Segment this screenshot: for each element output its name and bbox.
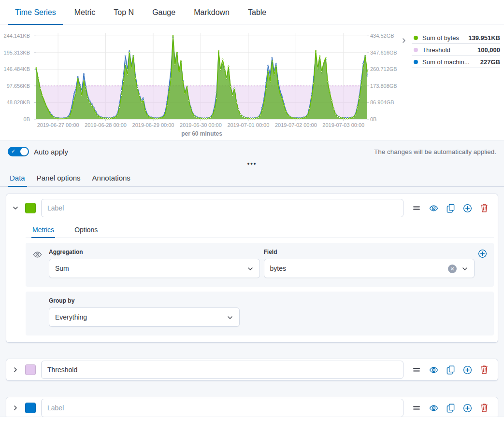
- x-axis-tick: 2019-07-01 00:00: [227, 122, 269, 128]
- legend-dot-pink: [414, 48, 418, 52]
- editor-tabbar: Data Panel options Annotations: [0, 170, 504, 187]
- add-series-icon[interactable]: [462, 365, 472, 375]
- series-label-input[interactable]: [41, 399, 403, 417]
- legend-dot-blue: [414, 60, 418, 64]
- right-axis-tick: 347.616GB: [370, 50, 397, 56]
- drag-handle-icon[interactable]: [412, 403, 421, 413]
- expand-chevron-right-icon[interactable]: [11, 404, 20, 412]
- eye-toggle-visibility-icon[interactable]: [429, 203, 438, 213]
- tab-table[interactable]: Table: [241, 0, 273, 25]
- legend-item-sum-of-bytes[interactable]: Sum of bytes 139.951KB: [412, 32, 500, 44]
- left-axis-tick: 146.484KB: [4, 66, 30, 72]
- metric-eye-icon[interactable]: [32, 250, 42, 259]
- drag-handle-icon[interactable]: [412, 365, 421, 375]
- left-axis-tick: 0B: [24, 116, 30, 122]
- x-axis: 2019-06-27 00:002019-06-28 00:002019-06-…: [36, 122, 367, 129]
- left-axis-tick: 195.313KB: [4, 50, 30, 56]
- tab-options[interactable]: Options: [73, 223, 99, 237]
- x-axis-tick: 2019-06-29 00:00: [132, 122, 174, 128]
- aggregation-panel: Aggregation Sum Field bytes ✕: [26, 243, 494, 287]
- tab-gauge[interactable]: Gauge: [145, 0, 182, 25]
- tab-panel-options[interactable]: Panel options: [35, 170, 83, 186]
- series-panel-1: Metrics Options Aggregation Sum: [6, 194, 498, 343]
- legend-value: 100,000: [477, 46, 500, 54]
- chevron-down-icon: [247, 265, 254, 272]
- add-series-icon[interactable]: [462, 203, 472, 213]
- series-actions: [409, 365, 493, 375]
- auto-apply-toggle[interactable]: ✓: [8, 147, 29, 156]
- right-axis-tick: 173.808GB: [370, 83, 397, 89]
- left-axis-tick: 97.656KB: [7, 83, 30, 89]
- series-row: [6, 359, 498, 380]
- clear-field-icon[interactable]: ✕: [448, 265, 457, 273]
- legend-label: Sum of bytes: [422, 34, 465, 42]
- x-axis-tick: 2019-06-30 00:00: [180, 122, 222, 128]
- group-by-select[interactable]: Everything: [49, 307, 240, 327]
- check-icon: ✓: [11, 148, 15, 154]
- clone-series-icon[interactable]: [446, 365, 455, 375]
- series-row: [6, 397, 498, 419]
- add-metric-icon[interactable]: [477, 249, 487, 258]
- series-color-swatch[interactable]: [25, 364, 36, 375]
- drag-handle-icon[interactable]: [412, 203, 421, 213]
- legend-item-threshold[interactable]: Threshold 100,000: [412, 44, 500, 56]
- legend-item-sum-of-machine-ram[interactable]: Sum of machin... 227GB: [412, 56, 500, 68]
- add-series-icon[interactable]: [462, 403, 472, 413]
- field-label: Field: [264, 249, 475, 255]
- tab-markdown[interactable]: Markdown: [187, 0, 236, 25]
- toggle-knob: [20, 148, 28, 155]
- series-actions: [409, 403, 493, 413]
- group-by-value: Everything: [55, 313, 87, 321]
- delete-series-icon[interactable]: [479, 365, 489, 375]
- tab-annotations[interactable]: Annotations: [90, 170, 132, 186]
- series-color-swatch[interactable]: [25, 203, 36, 213]
- x-axis-tick: 2019-07-03 00:00: [322, 122, 364, 128]
- series-label-input[interactable]: [41, 361, 403, 379]
- legend-value: 139.951KB: [468, 34, 500, 42]
- aggregation-select[interactable]: Sum: [49, 259, 260, 278]
- field-combobox[interactable]: bytes ✕: [264, 259, 475, 278]
- group-by-label: Group by: [49, 297, 487, 304]
- tab-data[interactable]: Data: [8, 170, 27, 186]
- right-y-axis: 434.52GB347.616GB260.712GB173.808GB86.90…: [369, 33, 413, 119]
- right-axis-tick: 0B: [370, 116, 376, 122]
- visualization-tabbar: Time Series Metric Top N Gauge Markdown …: [0, 0, 504, 25]
- series-row: [6, 194, 498, 222]
- series-panel-3: [6, 397, 498, 419]
- clone-series-icon[interactable]: [446, 403, 455, 413]
- auto-apply-label: Auto apply: [34, 148, 68, 156]
- eye-toggle-visibility-icon[interactable]: [429, 365, 438, 375]
- x-axis-tick: 2019-06-27 00:00: [37, 122, 79, 128]
- tab-top-n[interactable]: Top N: [107, 0, 141, 25]
- chevron-down-icon: [461, 265, 468, 272]
- legend-label: Sum of machin...: [422, 58, 477, 66]
- aggregation-label: Aggregation: [49, 249, 260, 255]
- eye-toggle-visibility-icon[interactable]: [429, 403, 438, 413]
- right-axis-tick: 86.904GB: [370, 99, 394, 105]
- tab-metric[interactable]: Metric: [68, 0, 102, 25]
- chart-plot-area[interactable]: [36, 33, 367, 119]
- chevron-down-icon: [227, 314, 233, 321]
- aggregation-value: Sum: [55, 265, 69, 272]
- series-color-swatch[interactable]: [25, 403, 36, 413]
- right-axis-tick: 260.712GB: [370, 66, 397, 72]
- delete-series-icon[interactable]: [479, 203, 489, 213]
- delete-series-icon[interactable]: [479, 403, 489, 413]
- tab-metrics[interactable]: Metrics: [31, 223, 55, 237]
- panel-resize-handle[interactable]: •••: [0, 161, 504, 169]
- left-y-axis: 244.141KB195.313KB146.484KB97.656KB48.82…: [0, 33, 34, 119]
- series-label-input[interactable]: [41, 199, 403, 217]
- legend-collapse-icon[interactable]: [401, 36, 411, 45]
- clone-series-icon[interactable]: [446, 203, 455, 213]
- auto-apply-hint: The changes will be automatically applie…: [374, 148, 496, 155]
- tab-time-series[interactable]: Time Series: [8, 0, 63, 25]
- left-axis-tick: 244.141KB: [4, 33, 30, 39]
- time-series-chart-panel: 244.141KB195.313KB146.484KB97.656KB48.82…: [0, 25, 504, 140]
- series-panel-2: [6, 359, 498, 381]
- field-value: bytes: [270, 265, 286, 272]
- interval-caption: per 60 minutes: [36, 130, 367, 137]
- collapse-chevron-down-icon[interactable]: [11, 204, 20, 212]
- expand-chevron-right-icon[interactable]: [11, 365, 20, 374]
- auto-apply-row: ✓ Auto apply The changes will be automat…: [0, 140, 504, 161]
- page-footer: [0, 417, 504, 425]
